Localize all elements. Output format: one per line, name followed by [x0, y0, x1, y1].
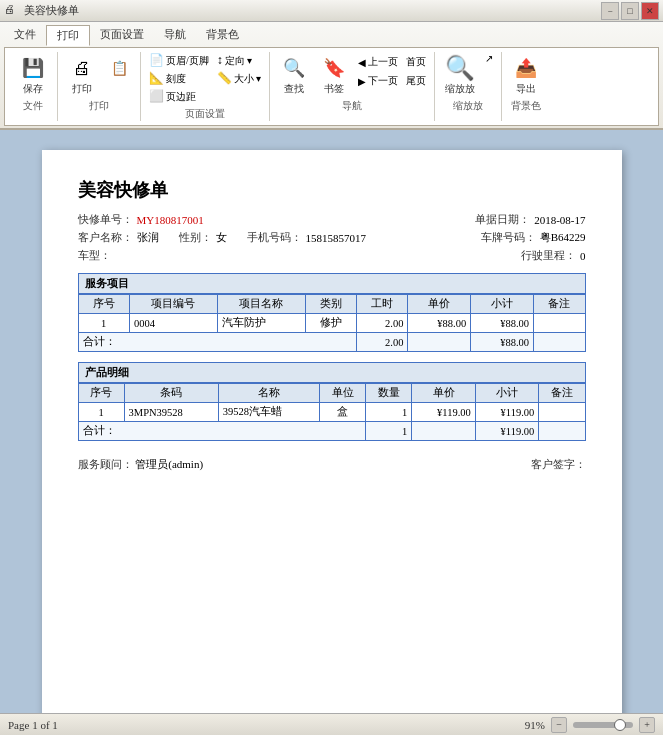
last-page-button[interactable]: 尾页 [404, 73, 428, 89]
next-page-button[interactable]: ▶ 下一页 [356, 73, 400, 89]
product-row1-name: 39528汽车蜡 [218, 403, 319, 422]
advisor-section: 服务顾问： 管理员(admin) [78, 457, 204, 472]
find-label: 查找 [284, 83, 304, 95]
service-total-hours: 2.00 [357, 333, 408, 352]
product-table: 序号 条码 名称 单位 数量 单价 小计 备注 1 3MPN39528 3952 [78, 383, 586, 441]
zoom-button[interactable]: 🔍 缩放放 [441, 52, 479, 97]
preview-button[interactable]: 📋 [104, 52, 134, 84]
product-col-barcode: 条码 [124, 384, 218, 403]
service-section-title: 服务项目 [78, 273, 586, 294]
margin-button[interactable]: ⬜ 页边距 [147, 88, 211, 105]
header-footer-icon: 📄 [149, 53, 164, 68]
service-total-row: 合计： 2.00 ¥88.00 [78, 333, 585, 352]
zoom-extra-button[interactable]: ↗ [483, 52, 495, 65]
size-button[interactable]: 📏 大小 ▾ [215, 70, 264, 87]
zoom-in-button[interactable]: + [639, 717, 655, 733]
pagesetup-group-label: 页面设置 [185, 107, 225, 121]
save-button[interactable]: 💾 保存 [15, 52, 51, 97]
tab-pagesetup[interactable]: 页面设置 [90, 25, 154, 45]
last-page-label: 尾页 [406, 74, 426, 88]
zoom-out-button[interactable]: − [551, 717, 567, 733]
service-row1-name: 汽车防护 [217, 314, 305, 333]
zoom-slider[interactable] [573, 722, 633, 728]
print-button[interactable]: 🖨 打印 [64, 52, 100, 97]
print-group-label: 打印 [89, 99, 109, 113]
service-row1-subtotal: ¥88.00 [471, 314, 534, 333]
doc-footer: 服务顾问： 管理员(admin) 客户签字： [78, 457, 586, 472]
plateNo-value: 粤B64229 [540, 230, 586, 245]
advisor-value: 管理员(admin) [135, 458, 203, 470]
product-col-remark: 备注 [539, 384, 585, 403]
customer-label: 客户名称： [78, 230, 133, 245]
service-col-name: 项目名称 [217, 295, 305, 314]
service-total-price-empty [408, 333, 471, 352]
ribbon: 文件 打印 页面设置 导航 背景色 💾 保存 文件 🖨 打印 [0, 22, 663, 130]
service-col-remark: 备注 [534, 295, 585, 314]
header-footer-label: 页眉/页脚 [166, 54, 209, 68]
service-row1-price: ¥88.00 [408, 314, 471, 333]
service-row1-remark [534, 314, 585, 333]
customer-value: 张润 [137, 230, 159, 245]
product-row1-unit: 盒 [320, 403, 366, 422]
zoom-level: 91% [525, 719, 545, 731]
signature-section: 客户签字： [531, 457, 586, 472]
service-col-price: 单价 [408, 295, 471, 314]
header-footer-button[interactable]: 📄 页眉/页脚 [147, 52, 211, 69]
tab-file[interactable]: 文件 [4, 25, 46, 45]
service-col-subtotal: 小计 [471, 295, 534, 314]
tab-bg[interactable]: 背景色 [196, 25, 249, 45]
product-col-subtotal: 小计 [475, 384, 539, 403]
plateNo-label: 车牌号码： [481, 230, 536, 245]
margin-label: 页边距 [166, 90, 196, 104]
scroll-area[interactable]: 美容快修单 快修单号： MY180817001 单据日期： 2018-08-17… [0, 130, 663, 713]
service-row1-type: 修护 [305, 314, 356, 333]
mileage-value: 0 [580, 250, 586, 262]
size-icon: 📏 [217, 71, 232, 86]
save-label: 保存 [23, 83, 43, 95]
next-page-icon: ▶ [358, 76, 366, 87]
bookmark-button[interactable]: 🔖 书签 [316, 52, 352, 97]
service-total-amount: ¥88.00 [471, 333, 534, 352]
first-page-button[interactable]: 首页 [404, 54, 428, 70]
tab-print[interactable]: 打印 [46, 25, 90, 46]
signature-label: 客户签字： [531, 458, 586, 470]
ribbon-group-bg: 📤 导出 背景色 [502, 52, 550, 121]
maximize-button[interactable]: □ [621, 2, 639, 20]
phone-value: 15815857017 [306, 232, 367, 244]
service-col-code: 项目编号 [129, 295, 217, 314]
app-icon: 🖨 [4, 3, 20, 19]
prev-page-button[interactable]: ◀ 上一页 [356, 54, 400, 70]
service-col-type: 类别 [305, 295, 356, 314]
product-total-qty: 1 [366, 422, 412, 441]
product-total-price-empty [412, 422, 476, 441]
product-row1-remark [539, 403, 585, 422]
minimize-button[interactable]: − [601, 2, 619, 20]
orientation-button[interactable]: ↕ 定向 ▾ [215, 52, 264, 69]
product-row1-qty: 1 [366, 403, 412, 422]
product-col-unit: 单位 [320, 384, 366, 403]
print-icon: 🖨 [68, 54, 96, 82]
scale-label: 刻度 [166, 72, 186, 86]
export-label: 导出 [516, 83, 536, 95]
ribbon-group-nav: 🔍 查找 🔖 书签 ◀ 上一页 ▶ 下一页 [270, 52, 435, 121]
export-button[interactable]: 📤 导出 [508, 52, 544, 97]
orientation-label: 定向 ▾ [225, 54, 253, 68]
preview-icon: 📋 [108, 54, 130, 82]
close-button[interactable]: ✕ [641, 2, 659, 20]
gender-value: 女 [216, 230, 227, 245]
product-row1-subtotal: ¥119.00 [475, 403, 539, 422]
table-row: 1 0004 汽车防护 修护 2.00 ¥88.00 ¥88.00 [78, 314, 585, 333]
phone-label: 手机号码： [247, 230, 302, 245]
product-total-label: 合计： [78, 422, 366, 441]
zoom-label: 缩放放 [445, 83, 475, 95]
ribbon-content: 💾 保存 文件 🖨 打印 📋 打印 [4, 47, 659, 126]
tab-nav[interactable]: 导航 [154, 25, 196, 45]
zoom-group-label: 缩放放 [453, 99, 483, 113]
find-button[interactable]: 🔍 查找 [276, 52, 312, 97]
main-area: 美容快修单 快修单号： MY180817001 单据日期： 2018-08-17… [0, 130, 663, 713]
scale-button[interactable]: 📐 刻度 [147, 70, 211, 87]
bg-group-label: 背景色 [511, 99, 541, 113]
prev-page-label: 上一页 [368, 55, 398, 69]
service-total-remark [534, 333, 585, 352]
zoom-thumb[interactable] [614, 719, 626, 731]
